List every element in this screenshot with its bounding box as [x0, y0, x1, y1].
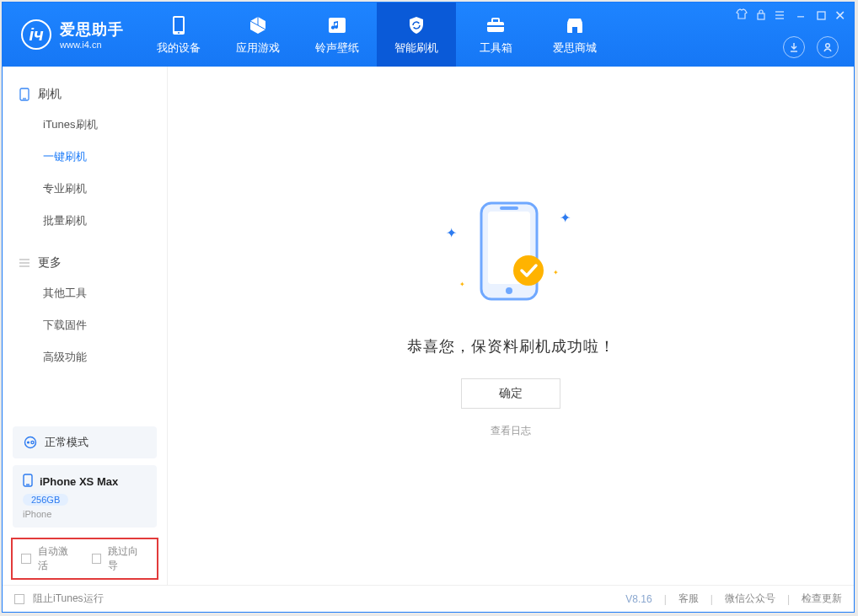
sidebar-group-label: 更多 — [38, 255, 62, 271]
mode-icon — [23, 435, 38, 450]
success-panel: ✦ ✦ ✦ ✦ 恭喜您，保资料刷机成功啦！ 确定 查看日志 — [407, 188, 615, 438]
checkbox-label: 自动激活 — [38, 544, 78, 573]
sidebar-scroll: 刷机 iTunes刷机 一键刷机 专业刷机 批量刷机 更多 其他工具 下载固件 … — [3, 67, 167, 418]
tab-apps[interactable]: 应用游戏 — [218, 3, 298, 67]
device-icon — [167, 14, 190, 36]
svg-rect-6 — [487, 25, 504, 27]
close-button[interactable]: ✕ — [834, 8, 845, 24]
sidebar-item-batch-flash[interactable]: 批量刷机 — [3, 205, 167, 237]
user-button[interactable] — [817, 36, 839, 58]
checkbox-icon — [14, 594, 24, 604]
toolbox-icon — [484, 14, 507, 36]
checkbox-skip-guide[interactable]: 跳过向导 — [92, 544, 149, 573]
top-tabs: 我的设备 应用游戏 铃声壁纸 智能刷机 — [139, 3, 614, 67]
checkbox-label: 阻止iTunes运行 — [33, 592, 104, 606]
svg-point-22 — [31, 441, 34, 443]
device-phone-icon — [23, 474, 33, 490]
version-label: V8.16 — [625, 593, 652, 605]
svg-rect-13 — [818, 12, 825, 19]
sidebar-item-oneclick-flash[interactable]: 一键刷机 — [3, 141, 167, 173]
sidebar-group-more: 更多 — [3, 249, 167, 277]
sparkle-icon: ✦ — [459, 281, 465, 288]
logo-text: 爱思助手 www.i4.cn — [60, 19, 124, 50]
tab-store[interactable]: 爱思商城 — [535, 3, 614, 67]
svg-point-28 — [506, 287, 512, 294]
tab-toolbox[interactable]: 工具箱 — [456, 3, 535, 67]
lock-icon[interactable] — [756, 8, 766, 23]
separator: | — [664, 593, 667, 605]
svg-rect-1 — [174, 18, 183, 31]
body: 刷机 iTunes刷机 一键刷机 专业刷机 批量刷机 更多 其他工具 下载固件 … — [3, 67, 854, 585]
checkbox-icon — [21, 554, 31, 564]
device-storage-badge: 256GB — [23, 494, 68, 506]
footer-link-update[interactable]: 检查更新 — [802, 592, 842, 606]
sparkle-icon: ✦ — [560, 210, 571, 226]
checkbox-block-itunes[interactable]: 阻止iTunes运行 — [14, 592, 104, 606]
sidebar-group-label: 刷机 — [38, 87, 62, 102]
main-content: ✦ ✦ ✦ ✦ 恭喜您，保资料刷机成功啦！ 确定 查看日志 — [168, 67, 854, 585]
phone-icon — [18, 88, 31, 101]
window-controls-top: － ✕ — [736, 8, 845, 24]
ok-button[interactable]: 确定 — [461, 378, 560, 409]
view-log-link[interactable]: 查看日志 — [491, 424, 531, 438]
separator: | — [787, 593, 790, 605]
svg-point-21 — [27, 441, 29, 443]
header: iч 爱思助手 www.i4.cn 我的设备 应用游戏 — [3, 3, 854, 67]
checkbox-label: 跳过向导 — [108, 544, 148, 573]
menu-icon[interactable] — [775, 9, 785, 23]
footer-link-service[interactable]: 客服 — [678, 592, 699, 606]
tab-label: 智能刷机 — [394, 40, 438, 56]
device-panel: 正常模式 iPhone XS Max 256GB iPhone — [3, 418, 167, 531]
music-folder-icon — [325, 14, 349, 36]
tab-my-device[interactable]: 我的设备 — [139, 3, 218, 67]
checkbox-icon — [92, 554, 102, 564]
logo-icon: iч — [21, 19, 51, 50]
list-icon — [18, 256, 31, 270]
tab-smart-flash[interactable]: 智能刷机 — [377, 3, 456, 67]
device-mode-card[interactable]: 正常模式 — [13, 426, 157, 458]
sidebar-item-itunes-flash[interactable]: iTunes刷机 — [3, 109, 167, 141]
app-name: 爱思助手 — [60, 19, 124, 40]
tshirt-icon[interactable] — [736, 8, 748, 23]
sidebar-item-pro-flash[interactable]: 专业刷机 — [3, 173, 167, 205]
svg-point-14 — [826, 44, 830, 48]
tab-label: 铃声壁纸 — [315, 40, 359, 56]
app-window: iч 爱思助手 www.i4.cn 我的设备 应用游戏 — [2, 2, 855, 613]
success-message: 恭喜您，保资料刷机成功啦！ — [407, 336, 615, 356]
success-illustration: ✦ ✦ ✦ ✦ — [431, 188, 591, 314]
footer: 阻止iTunes运行 V8.16 | 客服 | 微信公众号 | 检查更新 — [3, 585, 854, 612]
tab-label: 应用游戏 — [236, 40, 280, 56]
separator: | — [711, 593, 713, 605]
svg-rect-8 — [572, 27, 577, 33]
sparkle-icon: ✦ — [446, 225, 457, 241]
sidebar: 刷机 iTunes刷机 一键刷机 专业刷机 批量刷机 更多 其他工具 下载固件 … — [3, 67, 168, 585]
sidebar-item-download-firmware[interactable]: 下载固件 — [3, 309, 167, 341]
flash-options-row: 自动激活 跳过向导 — [11, 538, 158, 580]
minimize-button[interactable]: － — [793, 12, 808, 20]
footer-link-wechat[interactable]: 微信公众号 — [725, 592, 775, 606]
sidebar-group-flash: 刷机 — [3, 80, 167, 109]
tab-ringtones[interactable]: 铃声壁纸 — [298, 3, 377, 67]
checkbox-auto-activate[interactable]: 自动激活 — [21, 544, 78, 573]
device-mode-label: 正常模式 — [45, 435, 88, 450]
svg-rect-5 — [492, 19, 499, 23]
sidebar-item-advanced[interactable]: 高级功能 — [3, 341, 167, 373]
tab-label: 爱思商城 — [553, 40, 597, 56]
maximize-button[interactable] — [817, 9, 826, 23]
svg-rect-27 — [500, 206, 518, 210]
tab-label: 工具箱 — [480, 40, 512, 56]
svg-point-2 — [178, 32, 180, 34]
device-type: iPhone — [23, 509, 147, 519]
cube-icon — [246, 14, 270, 36]
device-info-card[interactable]: iPhone XS Max 256GB iPhone — [13, 465, 157, 528]
logo: iч 爱思助手 www.i4.cn — [3, 3, 139, 67]
refresh-shield-icon — [405, 14, 428, 36]
phone-check-icon — [473, 196, 549, 306]
header-actions — [783, 36, 839, 58]
sparkle-icon: ✦ — [553, 269, 559, 276]
app-subtitle: www.i4.cn — [60, 40, 124, 50]
sidebar-item-other-tools[interactable]: 其他工具 — [3, 277, 167, 309]
svg-rect-9 — [758, 13, 764, 19]
svg-point-29 — [513, 255, 544, 286]
download-button[interactable] — [783, 36, 805, 58]
